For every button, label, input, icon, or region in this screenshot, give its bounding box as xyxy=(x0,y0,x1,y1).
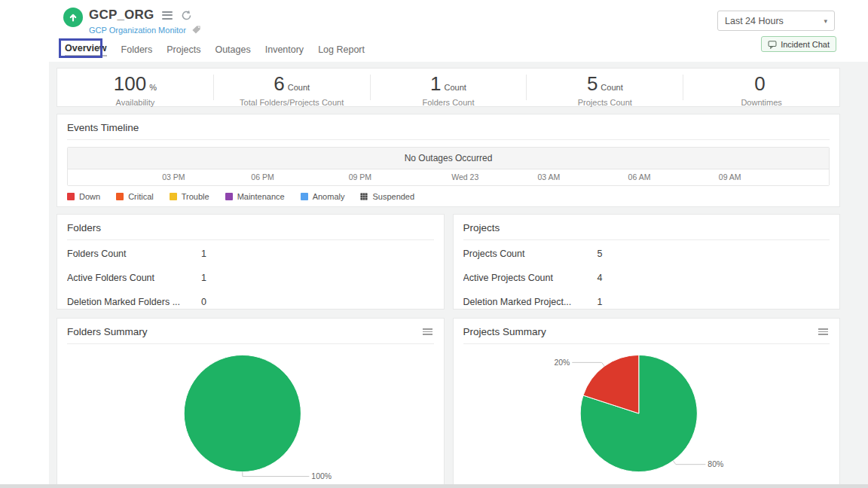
topbar: GCP_ORG GCP Organization Monitor Overvie… xyxy=(0,0,868,62)
folders-summary-title: Folders Summary xyxy=(67,326,148,337)
monitor-header: GCP_ORG GCP Organization Monitor xyxy=(63,8,201,35)
monitor-meta: GCP_ORG GCP Organization Monitor xyxy=(89,8,201,35)
tab-outages[interactable]: Outages xyxy=(215,44,250,55)
kv-row-active-folders-count: Active Folders Count 1 xyxy=(67,267,434,288)
legend-item-suspended: Suspended xyxy=(360,192,414,201)
time-range-select[interactable]: Last 24 Hours ▾ xyxy=(717,11,835,31)
tab-inventory[interactable]: Inventory xyxy=(265,44,304,55)
events-timeline-panel: Events Timeline No Outages Occurred 03 P… xyxy=(57,114,840,207)
axis-tick: 03 AM xyxy=(537,172,560,181)
folders-summary-panel: Folders Summary 100% Active Folders Coun… xyxy=(57,318,445,488)
svg-text:80%: 80% xyxy=(708,460,723,468)
anomaly-swatch-icon xyxy=(301,193,308,200)
folders-panel-title: Folders xyxy=(67,215,434,240)
stat-downtimes: 0 Downtimes xyxy=(683,75,839,100)
axis-tick: 06 AM xyxy=(628,172,651,181)
folders-summary-pie-chart[interactable]: 100% xyxy=(67,346,434,483)
refresh-icon[interactable] xyxy=(181,10,192,21)
incident-chat-button[interactable]: Incident Chat xyxy=(761,36,836,52)
stat-total-folders-projects: 6Count Total Folders/Projects Count xyxy=(213,75,370,100)
axis-tick: 09 PM xyxy=(349,172,371,181)
legend-item-anomaly: Anomaly xyxy=(301,192,345,201)
projects-panel-title: Projects xyxy=(463,215,830,240)
critical-swatch-icon xyxy=(116,193,124,200)
tab-projects[interactable]: Projects xyxy=(167,44,200,55)
timeline-legend: Down Critical Trouble Maintenance Anomal… xyxy=(67,192,830,201)
legend-item-trouble: Trouble xyxy=(170,192,209,201)
main-content: 100% Availability 6Count Total Folders/P… xyxy=(49,62,868,488)
stat-folders-count: 1Count Folders Count xyxy=(370,75,527,100)
incident-chat-label: Incident Chat xyxy=(781,40,830,49)
chart-menu-icon[interactable] xyxy=(817,327,830,337)
svg-text:100%: 100% xyxy=(311,472,332,480)
kv-row-folders-count: Folders Count 1 xyxy=(67,242,434,264)
axis-tick: 09 AM xyxy=(719,172,741,181)
timeline-axis: 03 PM 06 PM 09 PM Wed 23 03 AM 06 AM 09 … xyxy=(68,169,829,185)
projects-summary-pie-chart[interactable]: 80%20% xyxy=(463,346,830,483)
chevron-down-icon: ▾ xyxy=(824,17,827,25)
projects-summary-title: Projects Summary xyxy=(463,326,546,337)
axis-tick: 06 PM xyxy=(251,172,274,181)
tab-folders[interactable]: Folders xyxy=(121,44,153,55)
events-timeline-title: Events Timeline xyxy=(67,114,830,140)
projects-panel: Projects Projects Count 5 Active Project… xyxy=(453,214,841,310)
monitor-type-link[interactable]: GCP Organization Monitor xyxy=(89,26,186,35)
tab-overview[interactable]: Overview xyxy=(65,43,107,56)
tag-icon[interactable] xyxy=(191,25,201,35)
legend-item-critical: Critical xyxy=(116,192,154,201)
legend-item-down: Down xyxy=(67,192,100,201)
projects-summary-panel: Projects Summary 80%20% Active Projects … xyxy=(453,318,841,488)
chat-icon xyxy=(768,40,777,49)
monitor-up-status-icon xyxy=(63,8,83,27)
kv-row-projects-count: Projects Count 5 xyxy=(463,242,830,264)
monitor-menu-icon[interactable] xyxy=(160,10,174,21)
kv-row-deletion-marked-projects: Deletion Marked Project... 1 xyxy=(463,291,830,313)
kv-row-deletion-marked-folders: Deletion Marked Folders ... 0 xyxy=(67,291,434,313)
svg-text:20%: 20% xyxy=(554,358,570,367)
time-range-value: Last 24 Hours xyxy=(725,16,784,26)
monitor-title: GCP_ORG xyxy=(89,8,154,23)
suspended-swatch-icon xyxy=(360,193,368,200)
stat-projects-count: 5Count Projects Count xyxy=(526,75,683,100)
maintenance-swatch-icon xyxy=(225,193,233,200)
legend-item-maintenance: Maintenance xyxy=(225,192,285,201)
kv-row-active-projects-count: Active Projects Count 4 xyxy=(463,267,830,288)
stat-availability: 100% Availability xyxy=(57,75,213,100)
folders-panel: Folders Folders Count 1 Active Folders C… xyxy=(57,214,445,310)
axis-tick: Wed 23 xyxy=(451,172,478,181)
tab-log-report[interactable]: Log Report xyxy=(318,44,365,55)
no-outages-banner: No Outages Occurred xyxy=(68,148,829,169)
tab-bar: Overview Folders Projects Outages Invent… xyxy=(65,43,365,56)
trouble-swatch-icon xyxy=(170,193,177,200)
chart-menu-icon[interactable] xyxy=(421,327,434,337)
stats-panel: 100% Availability 6Count Total Folders/P… xyxy=(57,68,840,107)
down-swatch-icon xyxy=(67,193,75,200)
events-timeline-chart[interactable]: No Outages Occurred 03 PM 06 PM 09 PM We… xyxy=(67,147,830,186)
axis-tick: 03 PM xyxy=(162,172,185,181)
page-bottom-edge xyxy=(0,484,868,488)
